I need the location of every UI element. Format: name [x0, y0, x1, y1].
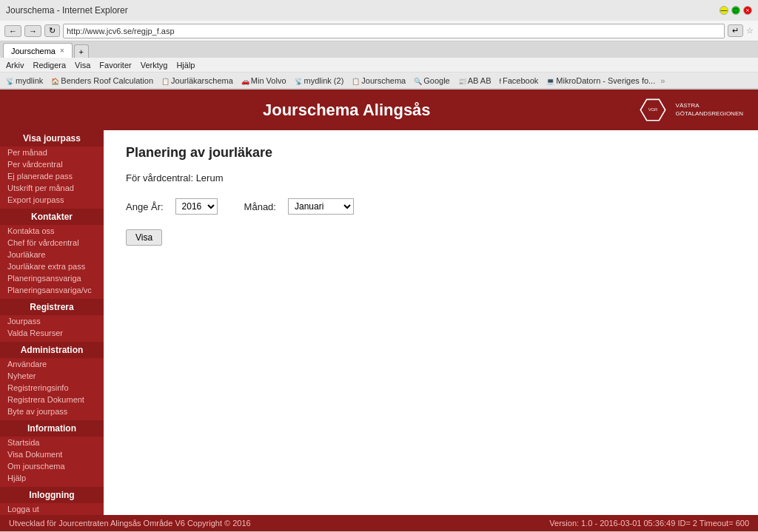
sidebar-section-kontakter: Kontakter Kontakta oss Chef för vårdcent…: [0, 209, 104, 296]
menu-favoriter[interactable]: Favoriter: [99, 61, 131, 70]
show-button-container: Visa: [126, 229, 736, 246]
form-row: Ange År: 2014 2015 2016 2017 2018 Månad:…: [126, 198, 736, 215]
sidebar-item-chef-for-vardcentral[interactable]: Chef för vårdcentral: [0, 237, 104, 249]
sidebar: Visa jourpass Per månad Per vårdcentral …: [0, 130, 104, 515]
sidebar-item-export-jourpass[interactable]: Export jourpass: [0, 194, 104, 206]
sidebar-heading-kontakter: Kontakter: [0, 209, 104, 225]
menu-redigera[interactable]: Redigera: [33, 61, 66, 70]
bookmark-ab[interactable]: 📰AB AB: [455, 75, 494, 86]
sidebar-heading-information: Information: [0, 420, 104, 437]
navigation-bar: ← → ↻ http://www.jcv6.se/regjp_f.asp ↵ ☆: [0, 21, 758, 41]
sidebar-item-visa-dokument[interactable]: Visa Dokument: [0, 448, 104, 460]
bookmark-mydlink[interactable]: 📡mydlink: [3, 75, 46, 86]
new-tab-button[interactable]: +: [74, 44, 89, 58]
sidebar-item-ej-planerade-pass[interactable]: Ej planerade pass: [0, 170, 104, 182]
maximize-button[interactable]: □: [731, 6, 740, 15]
bookmark-jourschema[interactable]: 📋Jourschema: [349, 75, 409, 86]
tab-bar: Jourschema × +: [0, 41, 758, 58]
sidebar-item-registreringsinfo[interactable]: Registreringsinfo: [0, 382, 104, 394]
sidebar-item-om-jourschema[interactable]: Om jourschema: [0, 460, 104, 472]
sidebar-item-kontakta-oss[interactable]: Kontakta oss: [0, 225, 104, 237]
active-tab[interactable]: Jourschema ×: [3, 43, 73, 58]
tab-label: Jourschema: [11, 47, 56, 55]
title-bar: Jourschema - Internet Explorer — □ ×: [0, 0, 758, 21]
sidebar-heading-inloggning: Inloggning: [0, 487, 104, 503]
menu-hjälp[interactable]: Hjälp: [176, 61, 195, 70]
content-area: Planering av jourläkare För vårdcentral:…: [104, 130, 758, 515]
logo-text: VÄSTRA GÖTALANDSREGIONEN: [676, 102, 743, 118]
app-header: Jourschema Alingsås VGR VÄSTRA GÖTALANDS…: [0, 90, 758, 130]
sidebar-section-information: Information Startsida Visa Dokument Om j…: [0, 420, 104, 484]
bookmark-jourlakarschema[interactable]: 📋Jourläkarschema: [158, 75, 236, 86]
menu-visa[interactable]: Visa: [75, 61, 90, 70]
content-title: Planering av jourläkare: [126, 145, 736, 161]
bookmarks-bar: 📡mydlink 🏠Benders Roof Calculation 📋Jour…: [0, 73, 758, 89]
svg-text:VGR: VGR: [648, 107, 657, 112]
footer-right: Version: 1.0 - 2016-03-01 05:36:49 ID= 2…: [549, 519, 749, 528]
app-logo: VGR VÄSTRA GÖTALANDSREGIONEN: [634, 95, 743, 125]
tab-close-button[interactable]: ×: [60, 47, 64, 55]
sidebar-item-utskrift-per-manad[interactable]: Utskrift per månad: [0, 182, 104, 194]
bookmark-google[interactable]: 🔍Google: [411, 75, 452, 86]
content-subtitle: För vårdcentral: Lerum: [126, 172, 736, 183]
close-button[interactable]: ×: [743, 6, 752, 15]
sidebar-item-planeringsansvariga[interactable]: Planeringsansvariga: [0, 272, 104, 284]
sidebar-section-visa-jourpass: Visa jourpass Per månad Per vårdcentral …: [0, 130, 104, 206]
sidebar-item-nyheter[interactable]: Nyheter: [0, 370, 104, 382]
sidebar-item-registrera-dokument[interactable]: Registrera Dokument: [0, 394, 104, 405]
go-button[interactable]: ↵: [728, 24, 743, 37]
sidebar-heading-registrera: Registrera: [0, 299, 104, 315]
sidebar-item-byte-av-jourpass[interactable]: Byte av jourpass: [0, 405, 104, 417]
app-wrapper: Jourschema Alingsås VGR VÄSTRA GÖTALANDS…: [0, 90, 758, 531]
month-select[interactable]: Januari Februari Mars April Maj Juni Jul…: [288, 198, 354, 215]
forward-button[interactable]: →: [24, 25, 41, 37]
app-title: Jourschema Alingsås: [59, 101, 634, 120]
bookmark-benders[interactable]: 🏠Benders Roof Calculation: [48, 75, 156, 86]
sidebar-item-planeringsansvariga-vc[interactable]: Planeringsansvariga/vc: [0, 284, 104, 296]
sidebar-item-per-vardcentral[interactable]: Per vårdcentral: [0, 158, 104, 170]
refresh-button[interactable]: ↻: [44, 24, 60, 37]
sidebar-section-registrera: Registrera Jourpass Valda Resurser: [0, 299, 104, 339]
more-bookmarks-button[interactable]: »: [660, 76, 665, 85]
app-footer: Utvecklad för Jourcentraten Alingsås Omr…: [0, 515, 758, 531]
star-icon[interactable]: ☆: [746, 26, 754, 36]
bookmark-minvolvo[interactable]: 🚗Min Volvo: [238, 75, 289, 86]
browser-title: Jourschema - Internet Explorer: [6, 5, 128, 16]
menu-bar: Arkiv Redigera Visa Favoriter Verktyg Hj…: [0, 58, 758, 73]
sidebar-heading-administration: Administration: [0, 342, 104, 358]
show-button[interactable]: Visa: [126, 229, 162, 246]
sidebar-item-jourlakare-extra-pass[interactable]: Jourläkare extra pass: [0, 260, 104, 272]
menu-arkiv[interactable]: Arkiv: [6, 61, 24, 70]
year-select[interactable]: 2014 2015 2016 2017 2018: [175, 198, 218, 215]
sidebar-item-per-manad[interactable]: Per månad: [0, 147, 104, 158]
sidebar-item-hjalp[interactable]: Hjälp: [0, 472, 104, 484]
bookmark-facebook[interactable]: fFacebook: [497, 75, 542, 86]
month-label: Månad:: [244, 201, 276, 212]
bookmark-mikrodatorn[interactable]: 💻MikroDatorn - Sveriges fo...: [543, 75, 658, 86]
sidebar-item-valda-resurser[interactable]: Valda Resurser: [0, 327, 104, 339]
sidebar-section-administration: Administration Användare Nyheter Registr…: [0, 342, 104, 417]
sidebar-heading-visa-jourpass: Visa jourpass: [0, 130, 104, 147]
menu-verktyg[interactable]: Verktyg: [141, 61, 168, 70]
sidebar-item-anvandare[interactable]: Användare: [0, 358, 104, 370]
sidebar-item-logga-ut[interactable]: Logga ut: [0, 503, 104, 515]
address-bar[interactable]: http://www.jcv6.se/regjp_f.asp: [63, 24, 725, 38]
back-button[interactable]: ←: [4, 25, 21, 37]
address-text: http://www.jcv6.se/regjp_f.asp: [67, 27, 721, 36]
app-body: Visa jourpass Per månad Per vårdcentral …: [0, 130, 758, 515]
sidebar-section-inloggning: Inloggning Logga ut Byt lösenord Uppdate…: [0, 487, 104, 515]
sidebar-item-startsida[interactable]: Startsida: [0, 437, 104, 448]
bookmark-mydlink2[interactable]: 📡mydlink (2): [292, 75, 347, 86]
year-label: Ange År:: [126, 201, 164, 212]
vgr-logo-icon: VGR: [634, 95, 671, 125]
minimize-button[interactable]: —: [720, 6, 728, 15]
sidebar-item-jourpass[interactable]: Jourpass: [0, 315, 104, 327]
footer-left: Utvecklad för Jourcentraten Alingsås Omr…: [9, 519, 251, 528]
sidebar-item-jourlakare[interactable]: Jourläkare: [0, 249, 104, 260]
